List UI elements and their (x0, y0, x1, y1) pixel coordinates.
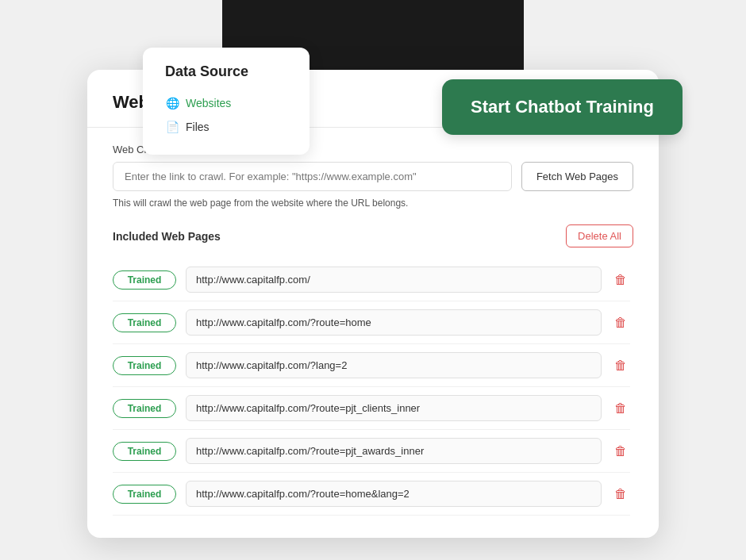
table-row: Trainedhttp://www.capitalfp.com/?route=h… (113, 473, 630, 516)
trained-badge: Trained (113, 313, 176, 332)
globe-icon: 🌐 (165, 96, 179, 110)
sidebar-item-websites[interactable]: 🌐 Websites (165, 91, 287, 115)
trained-badge: Trained (113, 270, 176, 290)
page-url: http://www.capitalfp.com/ (186, 267, 602, 293)
table-row: Trainedhttp://www.capitalfp.com/?route=p… (113, 387, 630, 430)
page-url: http://www.capitalfp.com/?lang=2 (186, 352, 602, 378)
sidebar-item-files[interactable]: 📄 Files (165, 115, 287, 139)
trained-badge: Trained (113, 399, 176, 418)
delete-icon[interactable]: 🗑 (611, 441, 630, 462)
delete-icon[interactable]: 🗑 (611, 355, 630, 376)
page-url: http://www.capitalfp.com/?route=pjt_awar… (186, 438, 602, 464)
start-training-button[interactable]: Start Chatbot Training (442, 79, 683, 135)
trained-badge: Trained (113, 442, 176, 461)
pages-list: Trainedhttp://www.capitalfp.com/🗑Trained… (113, 259, 633, 516)
delete-icon[interactable]: 🗑 (611, 398, 630, 419)
fetch-web-pages-button[interactable]: Fetch Web Pages (521, 162, 633, 191)
page-url: http://www.capitalfp.com/?route=home (186, 309, 602, 336)
table-row: Trainedhttp://www.capitalfp.com/?route=p… (113, 430, 630, 473)
trained-badge: Trained (113, 485, 176, 504)
data-source-popup: Data Source 🌐 Websites 📄 Files (143, 48, 310, 155)
delete-icon[interactable]: 🗑 (611, 313, 630, 333)
data-source-title: Data Source (165, 63, 287, 80)
delete-icon[interactable]: 🗑 (611, 270, 630, 290)
table-row: Trainedhttp://www.capitalfp.com/?route=h… (113, 301, 630, 344)
table-row: Trainedhttp://www.capitalfp.com/🗑 (113, 259, 630, 301)
file-icon: 📄 (165, 120, 179, 134)
web-crawler-row: Fetch Web Pages (113, 162, 633, 191)
included-pages-label: Included Web Pages (113, 230, 221, 243)
table-row: Trainedhttp://www.capitalfp.com/?lang=2🗑 (113, 344, 630, 387)
included-pages-header: Included Web Pages Delete All (113, 224, 633, 247)
trained-badge: Trained (113, 356, 176, 375)
delete-all-button[interactable]: Delete All (566, 224, 633, 247)
delete-icon[interactable]: 🗑 (611, 484, 630, 504)
page-url: http://www.capitalfp.com/?route=pjt_clie… (186, 395, 602, 421)
crawl-note: This will crawl the web page from the we… (113, 198, 633, 209)
page-url: http://www.capitalfp.com/?route=home&lan… (186, 481, 602, 507)
url-input[interactable] (113, 162, 512, 191)
